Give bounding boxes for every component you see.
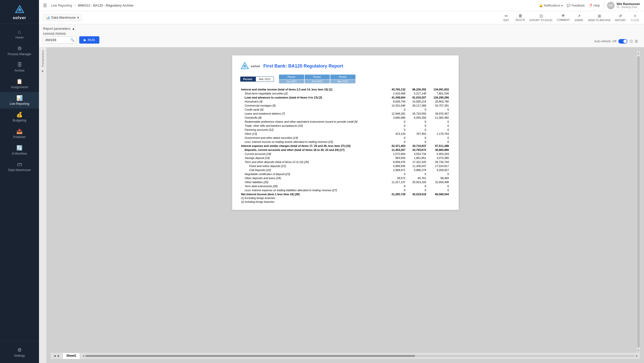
report-logo: solver [240,61,260,71]
expand-icon-2[interactable]: ⊞ [635,39,638,44]
feedback-icon: 💬 [567,4,571,7]
archive-icon: 🗄 [17,62,22,68]
row-label: Factoring accounts [12] [240,128,386,132]
row-label: Other liabilities [25] [240,180,386,184]
sidebar-item-workflow[interactable]: 🔄 8 Workflow [0,142,39,158]
toolbar-delete-button[interactable]: 🗑 DELETE [515,14,526,21]
report-sheet-wrap: ▲ ▼ [51,51,640,359]
row-label: Savings deposit [19] [240,156,386,160]
content-area: Parameters ▼ ▲ ▼ [39,47,644,363]
scroll-up[interactable]: ▲ [637,52,640,55]
expand-icon-1[interactable]: ⊡ [629,39,633,44]
dw-label: Data Warehouse [51,16,76,19]
period-col-header: Period: [305,75,330,79]
row-mar: 26,734,744 [428,160,450,164]
sheet-tab-label: Sheet1 [66,354,76,357]
toolbar-close-button[interactable]: ✕ CLOSE [630,14,640,22]
row-jan: 1,572,664 [386,152,407,156]
sidebar-item-settings[interactable]: ⚙ Settings [2,344,37,360]
row-mar: 5,954,269 [428,152,450,156]
row-feb: 16,595,219 [407,100,428,104]
row-jan: 39,572 [386,176,407,180]
data-warehouse-selector[interactable]: 📊 Data Warehouse ▾ [43,14,82,21]
user-info: Nils Rasmussen 01 - Banking Drive [617,2,640,9]
period-input[interactable] [43,37,68,43]
notifications-button[interactable]: 🔔 Notifications ▾ [539,4,563,7]
sheet-tabs-row: ◀ ▶ Sheet1 ◀ ▶ [51,353,640,359]
toolbar-send-archive-button[interactable]: ⊞ SEND TO ARCHIVE [588,14,611,22]
report-logo-text: solver [251,64,260,68]
sidebar-item-live-reporting[interactable]: 📊 Live Reporting [0,92,39,109]
prev-sheet[interactable]: ◀ [53,354,57,358]
user-section: NR Nils Rasmussen 01 - Banking Drive [604,2,640,9]
table-row: (2) Including foreign branches [240,200,451,204]
period-row: Period: Mar 2021 Period: Jan 2021 Period… [240,75,451,83]
row-jan: 2,416,468 [386,91,407,95]
delete-icon: 🗑 [518,14,522,18]
row-label: Interest and similar income (total of it… [240,87,386,91]
assignments-label: Assignments [11,85,28,89]
toolbar-comment-button[interactable]: 👁 COMMENT [557,14,570,21]
period-current-val: Mar 2021 [256,76,274,82]
live-reporting-label: Live Reporting [10,102,29,106]
process-manager-icon: ⚙ [17,45,22,51]
params-panel: Report parameters ▲ CHOOSE PERIOD 🔍 ▶ RU… [39,24,644,47]
row-feb: 43,716,837 [407,144,428,148]
hamburger-button[interactable]: ☰ [43,3,47,8]
sidebar-item-archive[interactable]: 🗄 Archive [0,59,39,75]
send-archive-label: SEND TO ARCHIVE [588,19,611,22]
toolbar-export-excel-button[interactable]: ⊡ EXPORT TO EXCEL [530,14,553,22]
report-inner: ▲ ▼ [51,51,640,352]
scroll-thumb[interactable] [637,56,640,348]
feedback-button[interactable]: 💬 Feedback [567,4,585,7]
report-area[interactable]: ▲ ▼ [47,47,644,363]
sidebar-item-assignments[interactable]: 📋 Assignments [0,75,39,92]
row-jan: 0 [386,136,407,140]
sidebar-item-publisher[interactable]: 📤 Publisher [0,125,39,142]
sidebar-item-budgeting[interactable]: 💰 Budgeting [0,109,39,125]
row-feb: 1,851,851 [407,156,428,160]
sheet-tab-1[interactable]: Sheet1 [63,353,80,359]
table-row: Other deposits and loans [24] 39,572 65,… [240,176,451,180]
breadcrumb-parent[interactable]: Live Reporting [51,4,72,7]
params-header[interactable]: Report parameters ▲ [43,27,640,30]
topbar-right: 🔔 Notifications ▾ 💬 Feedback ❓ Help NR N… [539,2,640,9]
period-search-icon[interactable]: 🔍 [68,37,76,43]
table-row: Homeloans [4] 8,509,740 16,595,219 25,80… [240,100,451,104]
sheet-bottom: ◀ ▶ Sheet1 ◀ ▶ [51,352,640,359]
sidebar-bottom: ⚙ Settings [0,341,39,363]
hscroll-right-btn[interactable]: ▶ [636,354,638,357]
run-button[interactable]: ▶ RUN [79,36,99,44]
row-label: Government and other dated securities [1… [240,136,386,140]
sidebar-item-data-warehouse[interactable]: 🗃 Data Warehouse [0,158,39,175]
row-feb: 11,436,047 [407,164,428,168]
sidebar-item-home[interactable]: ⌂ Home [0,26,39,42]
next-sheet[interactable]: ▶ [57,354,61,358]
row-mar [428,196,450,200]
row-label: Interest expense and similar charges (to… [240,144,386,148]
toolbar-history-button[interactable]: ↺ HISTORY [615,14,626,22]
row-jan: 8,509,740 [386,100,407,104]
parameters-side-label[interactable]: Parameters [41,50,44,67]
toolbar-share-button[interactable]: ↗ SHARE [574,14,584,22]
run-icon: ▶ [84,38,86,42]
row-feb: 5,886,279 [407,168,428,172]
row-label: Call Deposits [22] [240,168,386,172]
period-param-group: CHOOSE PERIOD 🔍 [43,32,77,44]
scroll-down[interactable]: ▼ [637,349,640,352]
sidebar-item-process-manager[interactable]: ⚙ Process Manager [0,42,39,59]
row-feb: 0 [407,140,428,144]
help-button[interactable]: ❓ Help [589,4,600,7]
hscroll-left-btn[interactable]: ◀ [82,354,84,357]
toolbar-edit-button[interactable]: ✏ EDIT [501,14,511,22]
vertical-scrollbar[interactable]: ▲ ▼ [636,51,640,352]
table-row: Loan and advances to customers (total of… [240,95,451,100]
autorefresh-row: Auto-refresh: Off ⊡ ⊞ [594,39,638,44]
hscroll-track[interactable] [85,355,635,357]
row-feb: 6,935,304 [407,116,428,120]
data-warehouse-icon: 🗃 [17,161,22,167]
row-feb: 0 [407,128,428,132]
autorefresh-toggle[interactable] [618,39,627,44]
filter-icon[interactable]: ▼ [41,69,45,73]
row-label: Trade, other bills and bankers acceptanc… [240,124,386,128]
